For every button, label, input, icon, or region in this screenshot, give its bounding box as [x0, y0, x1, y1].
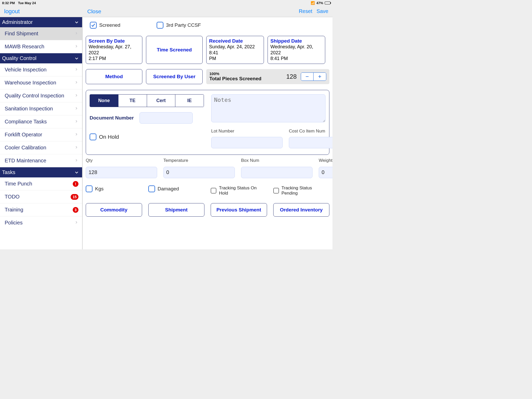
pieces-percent: 100% — [209, 71, 282, 76]
sidebar-item-warehouse-inspection[interactable]: Warehouse Inspection — [0, 76, 82, 89]
count-badge: 15 — [71, 194, 78, 200]
screened-by-user-button[interactable]: Screened By User — [146, 69, 203, 84]
card-title: Received Date — [209, 38, 261, 44]
sidebar-item-label: Policies — [5, 220, 23, 226]
costco-item-input[interactable] — [289, 137, 332, 148]
checkbox-label: Tracking Status On Hold — [219, 185, 267, 196]
sidebar-item-todo[interactable]: TODO 15 — [0, 190, 82, 203]
lot-number-input[interactable] — [211, 137, 283, 148]
chevron-right-icon — [74, 44, 78, 50]
sidebar: Administrator Find Shipment MAWB Researc… — [0, 17, 83, 249]
sidebar-item-label: ETD Maintenance — [5, 158, 46, 164]
section-title: Tasks — [2, 169, 15, 175]
card-line2: PM — [209, 56, 261, 62]
time-screened-button[interactable]: Time Screened — [146, 36, 203, 64]
screen-by-date-card[interactable]: Screen By Date Wednesday, Apr. 27, 2022 … — [86, 36, 142, 64]
checkbox-damaged[interactable]: Damaged — [148, 185, 205, 192]
checkbox-icon — [273, 188, 279, 194]
checkbox-label: Kgs — [95, 186, 104, 192]
weight-label: Weight — [319, 158, 332, 163]
checkbox-icon — [86, 185, 92, 192]
weight-input[interactable] — [319, 167, 332, 178]
card-line2: 8:41 PM — [270, 56, 322, 62]
seg-ie[interactable]: IE — [175, 95, 204, 107]
checkbox-icon — [157, 22, 163, 29]
sidebar-item-label: MAWB Research — [5, 44, 44, 50]
checkbox-icon — [90, 134, 96, 140]
seg-te[interactable]: TE — [118, 95, 147, 107]
main-form: Screened 3rd Party CCSF Screen By Date W… — [83, 17, 332, 249]
section-quality-control[interactable]: Quality Control — [0, 53, 82, 63]
shipment-button[interactable]: Shipment — [148, 203, 205, 217]
temperature-label: Temperature — [163, 158, 235, 163]
commodity-button[interactable]: Commodity — [86, 203, 142, 217]
sidebar-item-label: TODO — [5, 194, 19, 200]
card-line1: Sunday, Apr. 24, 2022 8:41 — [209, 44, 261, 56]
checkbox-kgs[interactable]: Kgs — [86, 185, 142, 192]
sidebar-item-label: Sanitation Inspection — [5, 106, 53, 112]
sidebar-item-label: Forklift Operator — [5, 132, 42, 138]
sidebar-item-policies[interactable]: Policies — [0, 216, 82, 229]
sidebar-item-etd-maintenance[interactable]: ETD Maintenance — [0, 154, 82, 167]
sidebar-item-compliance-tasks[interactable]: Compliance Tasks — [0, 115, 82, 128]
sidebar-item-sanitation-inspection[interactable]: Sanitation Inspection — [0, 102, 82, 115]
chevron-down-icon — [74, 170, 79, 175]
stepper-plus[interactable]: + — [314, 73, 326, 81]
chevron-right-icon — [74, 93, 78, 99]
checkbox-icon — [148, 185, 155, 192]
checkbox-tracking-hold[interactable]: Tracking Status On Hold — [211, 185, 267, 196]
card-title: Screen By Date — [89, 38, 139, 44]
section-tasks[interactable]: Tasks — [0, 167, 82, 177]
previous-shipment-button[interactable]: Previous Shipment — [211, 203, 267, 217]
ordered-inventory-button[interactable]: Ordered Inventory — [273, 203, 330, 217]
save-button[interactable]: Save — [316, 8, 328, 14]
method-button[interactable]: Method — [86, 69, 142, 84]
checkbox-tracking-pending[interactable]: Tracking Status Pending — [273, 185, 330, 196]
received-date-card[interactable]: Received Date Sunday, Apr. 24, 2022 8:41… — [206, 36, 264, 64]
checkbox-3rd-party-ccsf[interactable]: 3rd Party CCSF — [157, 22, 201, 29]
logout-button[interactable]: logout — [4, 8, 20, 15]
shipped-date-card[interactable]: Shipped Date Wednesday, Apr. 20, 2022 8:… — [268, 36, 325, 64]
sidebar-item-training[interactable]: Training 3 — [0, 203, 82, 216]
box-num-input[interactable] — [241, 167, 312, 178]
checkbox-label: Damaged — [158, 186, 179, 192]
section-administrator[interactable]: Administrator — [0, 17, 82, 27]
seg-none[interactable]: None — [90, 95, 118, 107]
status-date: Tue May 24 — [18, 1, 36, 5]
close-button[interactable]: Close — [87, 8, 101, 15]
reset-button[interactable]: Reset — [299, 8, 312, 14]
chevron-right-icon — [74, 106, 78, 112]
seg-cert[interactable]: Cert — [147, 95, 176, 107]
battery-percent: 47% — [316, 1, 323, 5]
sidebar-item-vehicle-inspection[interactable]: Vehicle Inspection — [0, 63, 82, 76]
sidebar-item-label: Training — [5, 207, 23, 213]
section-title: Quality Control — [2, 55, 36, 61]
stepper-minus[interactable]: − — [301, 73, 314, 81]
qty-input[interactable] — [86, 167, 157, 178]
qty-label: Qty — [86, 158, 157, 163]
chevron-right-icon — [74, 67, 78, 73]
sidebar-item-time-punch[interactable]: Time Punch ! — [0, 177, 82, 190]
checkbox-screened[interactable]: Screened — [90, 22, 120, 29]
sidebar-item-forklift-operator[interactable]: Forklift Operator — [0, 128, 82, 141]
sidebar-item-label: Compliance Tasks — [5, 119, 47, 125]
sidebar-item-qc-inspection[interactable]: Quality Control Inspection — [0, 89, 82, 102]
checkbox-label: On Hold — [99, 134, 119, 140]
battery-icon — [325, 2, 330, 4]
temperature-input[interactable] — [163, 167, 235, 178]
sidebar-item-label: Vehicle Inspection — [5, 67, 46, 73]
sidebar-item-find-shipment[interactable]: Find Shipment — [0, 27, 82, 40]
sidebar-item-mawb-research[interactable]: MAWB Research — [0, 40, 82, 53]
chevron-right-icon — [74, 220, 78, 226]
checkbox-label: Tracking Status Pending — [282, 185, 330, 196]
section-title: Administrator — [2, 19, 33, 25]
document-panel: None TE Cert IE Document Number On Hold — [86, 90, 329, 155]
sidebar-item-cooler-calibration[interactable]: Cooler Calibration — [0, 141, 82, 154]
checkbox-on-hold[interactable]: On Hold — [90, 134, 204, 140]
card-line1: Wednesday, Apr. 20, 2022 — [270, 44, 322, 56]
document-number-input[interactable] — [139, 112, 193, 124]
notes-textarea[interactable] — [211, 94, 325, 122]
chevron-right-icon — [74, 145, 78, 151]
card-title: Shipped Date — [270, 38, 322, 44]
app-bar: logout Close Reset Save — [0, 6, 332, 17]
